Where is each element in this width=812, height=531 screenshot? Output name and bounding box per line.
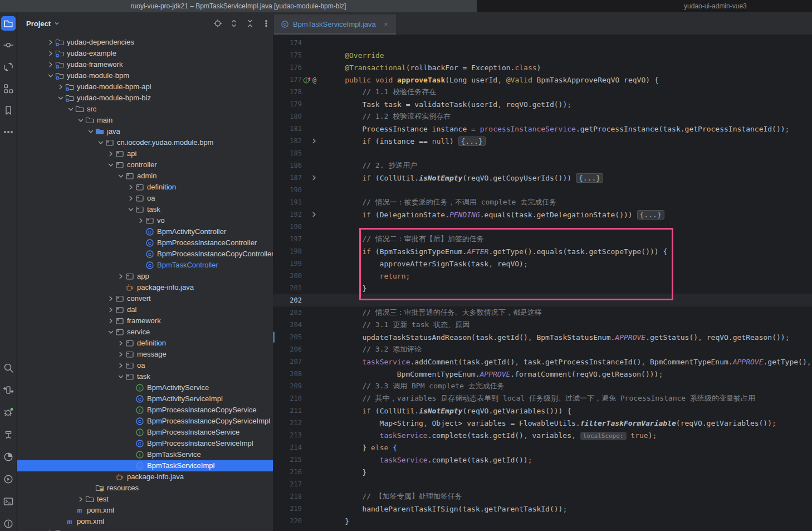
code-line-217[interactable]: 217 [273,478,812,490]
line-number[interactable]: 178 [275,88,302,96]
line-number[interactable]: 190 [275,186,302,194]
debug-icon[interactable] [1,405,16,420]
line-number[interactable]: 174 [275,39,302,47]
tree-row-pom-xml[interactable]: mpom.xml [17,505,273,516]
tree-row-admin[interactable]: admin [17,170,273,182]
line-number[interactable]: 220 [275,517,302,525]
code-line-220[interactable]: 220} [273,515,812,527]
tree-row-bpmprocessinstanceservice[interactable]: IBpmProcessInstanceService [17,427,273,438]
tree-row-controller[interactable]: controller [17,159,273,170]
tree-row-bpmtaskserviceimpl[interactable]: CBpmTaskServiceImpl [17,460,273,471]
code-line-177[interactable]: 177I@public void approveTask(Long userId… [273,74,812,86]
tree-row-definition[interactable]: definition [17,338,273,349]
line-number[interactable]: 187 [275,174,302,182]
chevron-expanded-icon[interactable] [66,105,75,114]
project-panel-title[interactable]: Project [26,20,51,28]
chevron-collapsed-icon[interactable] [126,183,135,192]
tree-row-bpmprocessinstancecopyservice[interactable]: IBpmProcessInstanceCopyService [17,405,273,416]
line-number[interactable]: 206 [275,345,302,353]
code-line-190[interactable]: 190 [273,184,812,196]
line-number[interactable]: 210 [275,394,302,402]
tree-row-bpmprocessinstanceserviceimpl[interactable]: CBpmProcessInstanceServiceImpl [17,438,273,449]
tree-row-yudao-module-bpm-biz[interactable]: yudao-module-bpm-biz [17,92,273,104]
chevron-collapsed-icon[interactable] [106,305,115,314]
tree-row-bpmtaskservice[interactable]: IBpmTaskService [17,449,273,460]
more-options-icon[interactable] [262,19,271,28]
locate-icon[interactable] [213,19,222,28]
fold-chevron-icon[interactable] [311,138,317,146]
line-number[interactable]: 180 [275,113,302,120]
line-number[interactable]: 182 [275,137,302,145]
line-number[interactable]: 176 [275,64,302,71]
line-number[interactable]: 204 [275,321,302,329]
chevron-expanded-icon[interactable] [46,71,55,80]
project-icon[interactable] [1,16,16,31]
code-line-174[interactable]: 174 [273,37,812,49]
chevron-collapsed-icon[interactable] [116,361,125,370]
line-number[interactable]: 185 [275,149,302,157]
line-number[interactable]: 175 [275,51,302,59]
line-number[interactable]: 218 [275,493,302,500]
line-number[interactable]: 208 [275,370,302,378]
code-line-215[interactable]: 215taskService.complete(task.getId()); [273,454,812,466]
chevron-collapsed-icon[interactable] [46,49,55,58]
code-line-211[interactable]: 211if (CollUtil.isNotEmpty(reqVO.getVari… [273,405,812,417]
line-number[interactable]: 198 [275,247,302,255]
tree-row-yudao-module-bpm-api[interactable]: yudao-module-bpm-api [17,81,273,92]
tree-row-bpmprocessinstancecontroller[interactable]: CBpmProcessInstanceController [17,237,273,249]
pull-requests-icon[interactable] [1,60,16,74]
code-line-191[interactable]: 191// 情况一：被委派的任务，不调用 complete 去完成任务 [273,196,812,208]
line-number[interactable]: 201 [275,284,302,292]
tree-row-bpmactivityservice[interactable]: IBpmActivityService [17,382,273,393]
chevron-collapsed-icon[interactable] [116,339,125,348]
chevron-collapsed-icon[interactable] [106,316,115,325]
chevron-collapsed-icon[interactable] [126,194,135,203]
structure-icon[interactable] [1,81,16,96]
search-icon[interactable] [1,361,16,375]
commit-icon[interactable] [1,38,16,52]
code-line-204[interactable]: 204// 3.1 更新 task 状态、原因 [273,319,812,331]
line-number[interactable]: 211 [275,407,302,415]
chevron-collapsed-icon[interactable] [76,495,85,504]
tree-row-app[interactable]: app [17,271,273,282]
code-line-219[interactable]: 219handleParentTaskIfSign(task.getParent… [273,503,812,515]
code-line-187[interactable]: 187if (CollUtil.isNotEmpty(reqVO.getCopy… [273,172,812,184]
tree-row-bpmactivityserviceimpl[interactable]: CBpmActivityServiceImpl [17,393,273,405]
code-line-179[interactable]: 179Task task = validateTask(userId, reqV… [273,98,812,110]
expand-all-icon[interactable] [229,19,238,28]
tree-row-src[interactable]: src [17,104,273,115]
chevron-expanded-icon[interactable] [76,116,85,125]
code-line-205[interactable]: 205updateTaskStatusAndReason(task.getId(… [273,331,812,343]
code-line-182[interactable]: 182if (instance == null) {...} [273,135,812,147]
code-line-212[interactable]: 212Map<String, Object> variables = Flowa… [273,417,812,429]
code-line-210[interactable]: 210// 其中，variables 是存储动态表单到 local 任务级别。过… [273,392,812,405]
chevron-expanded-icon[interactable] [116,372,125,381]
tree-row-test[interactable]: test [17,494,273,505]
tree-row-service[interactable]: service [17,327,273,338]
tree-row-task[interactable]: task [17,204,273,215]
code-line-207[interactable]: 207taskService.addComment(task.getId(), … [273,355,812,368]
line-number[interactable]: 196 [275,223,302,231]
code-line-216[interactable]: 216} [273,466,812,478]
line-number[interactable]: 199 [275,260,302,267]
line-number[interactable]: 177 [275,76,302,84]
chevron-collapsed-icon[interactable] [116,272,125,281]
chevron-expanded-icon[interactable] [106,160,115,169]
code-line-203[interactable]: 203// 情况三：审批普通的任务。大多数情况下，都是这样 [273,306,812,319]
line-number[interactable]: 216 [275,468,302,476]
services-icon[interactable] [1,472,16,486]
terminal-icon[interactable] [1,494,16,509]
tree-row-resources[interactable]: resources [17,483,273,494]
tree-row-yudao-dependencies[interactable]: yudao-dependencies [17,37,273,48]
tree-row-api[interactable]: api [17,148,273,159]
line-number[interactable]: 197 [275,235,302,243]
line-number[interactable]: 191 [275,198,302,206]
code-line-176[interactable]: 176@Transactional(rollbackFor = Exceptio… [273,61,812,74]
code-line-181[interactable]: 181ProcessInstance instance = processIns… [273,123,812,135]
line-number[interactable]: 202 [275,296,302,304]
tree-row-oa[interactable]: oa [17,360,273,371]
problems-icon[interactable] [1,517,16,531]
code-line-214[interactable]: 214} else { [273,441,812,454]
tree-row-convert[interactable]: convert [17,293,273,304]
tree-row-cn-iocoder-yudao-module-bpm[interactable]: cn.iocoder.yudao.module.bpm [17,137,273,148]
